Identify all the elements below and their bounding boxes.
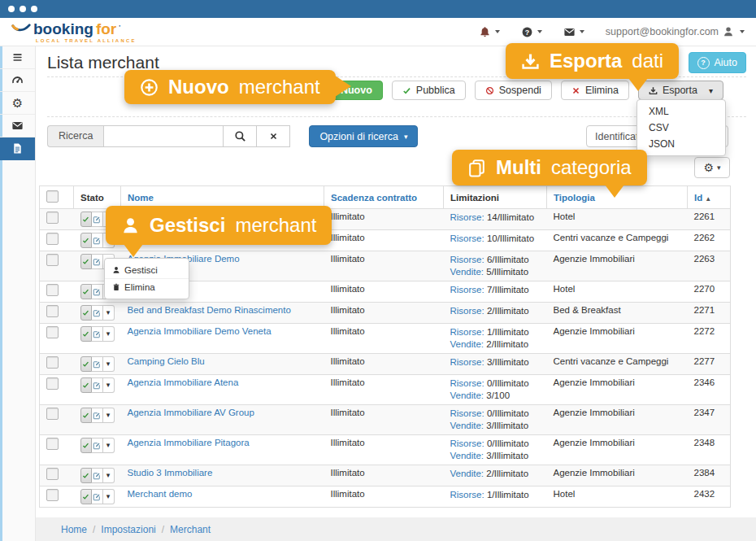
context-menu-item-gestisci[interactable]: Gestisci [105,262,189,278]
row-actions-dropdown-button[interactable]: ▾ [103,326,115,342]
clear-search-button[interactable] [257,125,290,147]
messages-menu[interactable] [563,26,584,38]
limit-link[interactable]: Risorse: [450,212,484,222]
limit-link[interactable]: Risorse: [450,490,484,500]
limit-link[interactable]: Risorse: [450,233,484,243]
status-active-button[interactable] [80,284,92,299]
row-checkbox[interactable] [46,284,59,296]
merchant-name-link[interactable]: Studio 3 Immobiliare [128,468,213,478]
sidebar-item-dashboard[interactable] [0,69,35,92]
row-actions-dropdown-button[interactable]: ▾ [103,489,115,504]
breadcrumb-link-home[interactable]: Home [61,524,87,535]
edit-button[interactable] [92,489,103,504]
merchant-name-link[interactable]: Merchant demo [128,489,193,499]
help-button[interactable]: ? Aiuto [689,52,747,73]
edit-button[interactable] [92,408,103,423]
merchant-name-link[interactable]: Agenzia Immobiliare Demo Veneta [128,326,272,336]
limit-link[interactable]: Risorse: [450,306,484,316]
search-options-button[interactable]: Opzioni di ricerca▾ [309,125,418,147]
sidebar-item-settings[interactable]: ⚙ [0,92,35,115]
row-actions-dropdown-button[interactable]: ▾ [103,305,115,321]
status-active-button[interactable] [80,489,92,504]
edit-button[interactable] [92,356,103,372]
merchant-name-link[interactable]: Agenzia Immobiliare Atena [128,377,239,387]
edit-button[interactable] [92,326,103,342]
status-active-button[interactable] [80,254,92,269]
limit-link[interactable]: Risorse: [450,285,484,294]
sidebar-item-menu-toggle[interactable] [0,46,35,69]
search-input[interactable] [103,125,224,147]
limit-link[interactable]: Vendite: [450,469,484,478]
help-menu[interactable]: ? [521,26,542,38]
edit-button[interactable] [92,254,103,269]
row-checkbox[interactable] [46,408,59,420]
row-actions-dropdown-button[interactable]: ▾ [103,468,115,483]
row-checkbox[interactable] [46,212,59,224]
export-menu-item-xml[interactable]: XML [637,103,725,120]
status-active-button[interactable] [80,326,92,342]
merchant-name-link[interactable]: Bed and Breakfast Demo Rinascimento [128,305,291,315]
pubblica-button[interactable]: Pubblica [392,81,466,100]
edit-button[interactable] [92,284,103,299]
sidebar-item-merchants[interactable] [0,137,35,160]
edit-button[interactable] [92,233,103,248]
row-checkbox[interactable] [46,326,59,338]
breadcrumb-link-impostazioni[interactable]: Impostazioni [101,524,155,535]
merchant-name-link[interactable]: Camping Cielo Blu [128,356,205,366]
elimina-button[interactable]: Elimina [561,81,629,100]
limit-link[interactable]: Vendite: [450,451,484,460]
row-checkbox[interactable] [46,468,59,480]
merchant-name-link[interactable]: Agenzia Immobiliare AV Group [128,408,254,417]
edit-button[interactable] [92,438,103,453]
sospendi-button[interactable]: Sospendi [475,81,552,100]
limit-link[interactable]: Vendite: [450,339,484,349]
limit-link[interactable]: Risorse: [450,327,484,337]
status-active-button[interactable] [80,438,92,453]
status-active-button[interactable] [80,356,92,372]
row-checkbox[interactable] [46,438,59,450]
row-actions-dropdown-button[interactable]: ▾ [103,438,115,453]
row-checkbox[interactable] [46,489,59,501]
limit-link[interactable]: Risorse: [450,408,484,418]
status-active-button[interactable] [80,408,92,423]
edit-button[interactable] [92,377,103,393]
limit-link[interactable]: Risorse: [450,438,484,448]
row-actions-dropdown-button[interactable]: ▾ [103,408,115,423]
row-checkbox[interactable] [46,377,59,390]
row-actions-dropdown-button[interactable]: ▾ [103,356,115,372]
notifications-menu[interactable] [479,26,500,38]
context-menu-item-elimina[interactable]: Elimina [105,278,189,295]
row-checkbox[interactable] [46,254,59,266]
limit-link[interactable]: Vendite: [450,421,484,430]
table-settings-button[interactable]: ⚙ ▾ [694,157,730,178]
limit-link[interactable]: Vendite: [450,267,484,277]
status-active-button[interactable] [80,305,92,321]
limit-link[interactable]: Risorse: [450,357,484,367]
brand-logo[interactable]: bookingfor' LOCAL TRAVEL ALLIANCE [11,21,137,43]
status-active-button[interactable] [80,233,92,248]
limit-link[interactable]: Risorse: [450,378,484,388]
edit-button[interactable] [92,212,103,227]
search-button[interactable] [224,125,257,147]
account-menu[interactable]: support@bookingfor.com [606,26,745,37]
status-active-button[interactable] [80,212,92,227]
column-header-id[interactable]: Id▲ [688,186,731,209]
export-menu-item-csv[interactable]: CSV [637,120,725,136]
limit-link[interactable]: Risorse: [450,255,484,264]
row-checkbox[interactable] [46,305,59,317]
limit-link[interactable]: Vendite: [450,390,484,400]
merchant-name-link[interactable]: Agenzia Immobiliare Pitagora [128,438,250,447]
sidebar-item-messages[interactable] [0,115,35,137]
select-all-checkbox[interactable] [46,190,59,203]
row-actions-dropdown-button[interactable]: ▾ [103,377,115,393]
export-menu-item-json[interactable]: JSON [637,136,725,152]
status-active-button[interactable] [80,468,92,483]
row-checkbox[interactable] [46,356,59,369]
edit-button[interactable] [92,468,103,483]
row-checkbox[interactable] [46,233,59,245]
esporta-button[interactable]: Esporta▾ [638,81,723,100]
edit-button[interactable] [92,305,103,321]
breadcrumb-link-merchant[interactable]: Merchant [170,524,211,535]
column-header-scadenza[interactable]: Scadenza contratto [324,186,444,209]
status-active-button[interactable] [80,377,92,393]
